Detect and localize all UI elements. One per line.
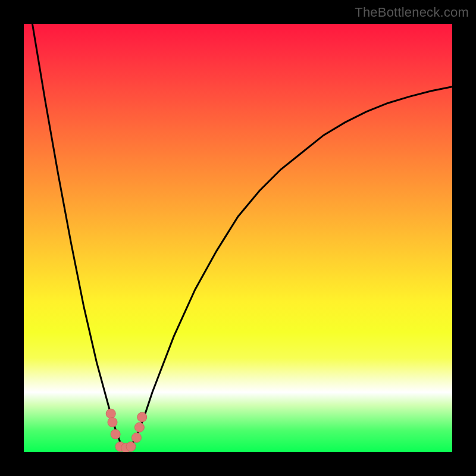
watermark-text: TheBottleneck.com [355,5,469,20]
curve-marker [111,430,120,439]
curve-layer [24,24,452,452]
curve-marker [106,409,115,418]
curve-marker [126,442,136,452]
plot-area [24,24,452,452]
bottleneck-curve [32,24,452,448]
curve-markers [106,409,147,452]
curve-marker [108,418,117,427]
curve-marker [137,412,147,422]
curve-marker [131,433,141,443]
curve-marker [134,422,144,432]
chart-frame: TheBottleneck.com [0,0,476,476]
